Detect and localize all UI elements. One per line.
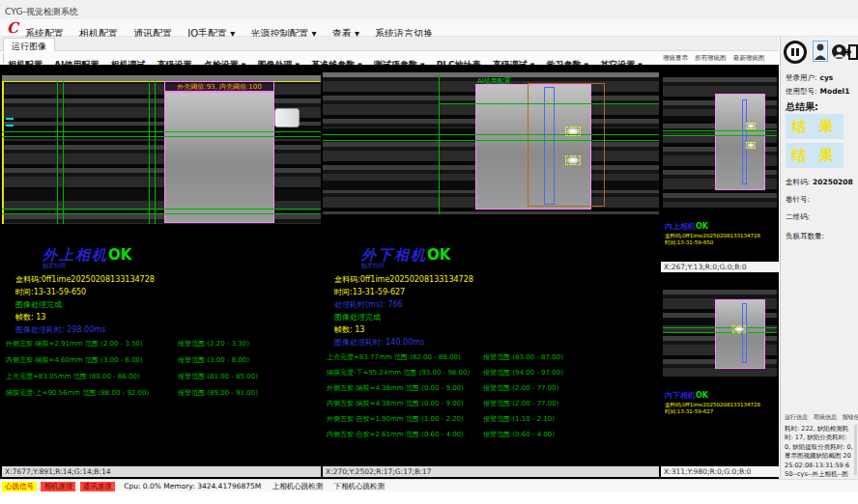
measure-text: 内侧左胶-自胶=2.61mm 范围:(0.60 - 4.00) bbox=[327, 430, 464, 439]
login-user-value: cys bbox=[820, 73, 834, 82]
side-panel: 登录用户:cys 使用型号:Model1 总结果: 结 果 结 果 盒料码:20… bbox=[780, 37, 858, 479]
overlay-green-vline bbox=[63, 81, 64, 224]
tab-defect-display[interactable]: 瑕疵显示 bbox=[663, 54, 688, 62]
exit-button[interactable] bbox=[842, 43, 858, 61]
qrcode-field: 二维码: bbox=[786, 212, 813, 222]
overlay-green-line bbox=[663, 327, 777, 328]
main-area: 外壳阈值:93, 内壳阈值:100 外上相机OK 触发拍照 盒料码:0ff1im… bbox=[0, 65, 779, 479]
measurement-row: 上壳宽度=83.05mm 范围:(80.00 - 86.00) 报警范围:(81… bbox=[6, 372, 317, 388]
camera-result-title: 内上相机OK bbox=[665, 222, 708, 231]
result-ok-text: OK bbox=[696, 222, 708, 231]
tab-latest-defects[interactable]: 最新瑕疵图 bbox=[733, 54, 765, 62]
camera-view-outer-top[interactable]: 外壳阈值:93, 内壳阈值:100 外上相机OK 触发拍照 盒料码:0ff1im… bbox=[2, 65, 321, 466]
camera-view-outer-bottom[interactable]: AI使用配置 外下相机OK 触发拍照 盒料码:0ff1ime2025020813… bbox=[323, 65, 659, 466]
heartbeat-badge: 心跳信号 bbox=[2, 482, 37, 491]
barcode-text: 盒料码:0ff1ime20250208133134728 bbox=[334, 274, 473, 285]
log-tab-defect[interactable]: 瑕疵信息 bbox=[814, 413, 837, 420]
overlay-green-line bbox=[323, 134, 659, 135]
overlay-green-vline bbox=[439, 72, 440, 214]
measure-text: 上壳宽度=83.77mm 范围:(82.00 - 88.00) bbox=[327, 352, 461, 362]
tab-highlight bbox=[732, 325, 746, 333]
process-status-text: 图像处理完成 bbox=[334, 312, 381, 322]
operator-button[interactable] bbox=[813, 41, 828, 62]
tab-strip: 运行图像 bbox=[0, 37, 779, 51]
alarm-text: 报警范围:(0.60 - 4.00) bbox=[483, 430, 555, 439]
process-status-text: 图像处理完成 bbox=[15, 299, 62, 310]
result-ok-text: OK bbox=[108, 246, 131, 264]
measure-text: 上壳宽度=83.05mm 范围:(80.00 - 86.00) bbox=[6, 372, 140, 381]
status-bar: 心跳信号 相机连接 通讯连接 Cpu: 0.0% Memory: 3424.41… bbox=[0, 479, 858, 491]
window-title: CYG-视觉检测系统 bbox=[5, 7, 78, 16]
measure-text: 外侧左胶-隔膜=2.91mm 范围:(2.00 - 3.50) bbox=[6, 339, 143, 349]
time-text: 时间:13-31-59-627 bbox=[665, 408, 775, 415]
pixel-coords-right: X:270;Y:2502;R:17;G:17;B:17 bbox=[323, 466, 659, 477]
overlay-green-line bbox=[2, 213, 321, 214]
roi-orange-box bbox=[528, 83, 605, 207]
measure-text: 隔膜宽度-上=90.56mm 范围:(88.00 - 92.00) bbox=[6, 388, 149, 398]
time-text: 时间:13-31-59-627 bbox=[334, 287, 405, 297]
measure-text: 外侧左胶-自胶=1.90mm 范围:(1.00 - 2.20) bbox=[327, 414, 464, 424]
defect-view-tabs: 瑕疵显示 所有瑕疵图 最新瑕疵图 bbox=[663, 54, 769, 63]
elapsed-text: 处理耗时(ms): 766 bbox=[334, 299, 403, 310]
overlay-green-line bbox=[663, 135, 777, 136]
overlay-green-line bbox=[323, 140, 659, 141]
control-buttons bbox=[783, 40, 857, 65]
time-text: 时间:13-31-59-650 bbox=[665, 239, 775, 246]
measurement-row: 外侧左胶-隔膜=2.91mm 范围:(2.00 - 3.50) 报警范围:(2.… bbox=[6, 339, 317, 355]
cell-region bbox=[715, 94, 765, 190]
alarm-text: 报警范围:(83.00 - 87.00) bbox=[483, 352, 563, 362]
alarm-text: 报警范围:(3.00 - 8.00) bbox=[178, 355, 249, 365]
total-result-label: 总结果: bbox=[786, 100, 818, 114]
lower-camera-heartbeat[interactable]: 下相机心跳检测 bbox=[334, 482, 386, 490]
measure-text: 外侧左胶-隔膜=4.38mm 范围:(0.00 - 9.00) bbox=[327, 383, 464, 393]
measure-text: 隔膜宽度-下=95.24mm 范围:(93.00 - 98.00) bbox=[327, 368, 470, 378]
measurement-row: 外侧左胶-自胶=1.90mm 范围:(1.00 - 2.20) 报警范围:(1.… bbox=[327, 414, 655, 430]
cpu-memory-text: Cpu: 0.0% Memory: 3424.41796875M bbox=[124, 482, 261, 490]
tab-highlight bbox=[746, 142, 756, 149]
comm-connect-badge: 通讯连接 bbox=[80, 482, 115, 491]
exit-icon bbox=[842, 43, 858, 61]
alarm-text: 报警范围:(81.00 - 85.00) bbox=[178, 372, 258, 381]
roi-blue-box bbox=[742, 303, 747, 363]
log-tabs: 运行信息 瑕疵信息 报错信息 bbox=[785, 413, 858, 422]
trigger-label: 触发拍照 bbox=[43, 262, 66, 270]
alarm-text: 报警范围:(2.00 - 77.00) bbox=[483, 399, 558, 408]
barcode-text: 盒料码:0ff1ime20250208133134728 bbox=[665, 402, 775, 408]
barcode-value: 20250208 bbox=[813, 178, 853, 186]
small-view-info: 内上相机OK 盒料码:0ff1ime20250208133134728 时间:1… bbox=[665, 214, 775, 246]
upper-camera-heartbeat[interactable]: 上相机心跳检测 bbox=[272, 482, 324, 490]
alarm-text: 报警范围:(2.00 - 77.00) bbox=[483, 383, 558, 393]
measurement-row: 隔膜宽度-下=95.24mm 范围:(93.00 - 98.00) 报警范围:(… bbox=[327, 368, 655, 383]
log-tab-run[interactable]: 运行信息 bbox=[785, 413, 808, 420]
barcode-text: 盒料码:0ff1ime20250208133134728 bbox=[15, 274, 155, 285]
tab-run-image[interactable]: 运行图像 bbox=[3, 38, 55, 51]
measurement-row: 外侧左胶-隔膜=4.38mm 范围:(0.00 - 9.00) 报警范围:(2.… bbox=[327, 383, 655, 399]
tab-all-defects[interactable]: 所有瑕疵图 bbox=[695, 54, 727, 62]
overlay-green-vline bbox=[155, 81, 156, 224]
alarm-text: 报警范围:(94.00 - 97.00) bbox=[483, 368, 563, 378]
result-ok-text: OK bbox=[696, 391, 708, 400]
app-window: CYG-视觉检测系统 C 系统配置 相机配置 通讯配置 IO手配置 ▾ 光源控制… bbox=[0, 0, 858, 504]
operator-icon bbox=[814, 42, 827, 61]
log-tab-error[interactable]: 报错信息 bbox=[843, 413, 858, 420]
frame-count-text: 帧数: 13 bbox=[334, 324, 364, 335]
measurement-row: 内侧左胶-自胶=2.61mm 范围:(0.60 - 4.00) 报警范围:(0.… bbox=[327, 430, 655, 445]
frame-count-text: 帧数: 13 bbox=[15, 312, 45, 322]
window-titlebar: CYG-视觉检测系统 bbox=[0, 0, 858, 19]
measure-text: 内侧左胶-隔膜=4.60mm 范围:(3.00 - 6.00) bbox=[6, 355, 143, 365]
pause-button[interactable] bbox=[784, 41, 807, 64]
elapsed-text: 图像处理耗时: 140.00ms bbox=[334, 337, 424, 348]
measurement-list: 上壳宽度=83.77mm 范围:(82.00 - 88.00) 报警范围:(83… bbox=[327, 352, 655, 445]
overlay-green-line bbox=[2, 131, 321, 132]
cyan-tick bbox=[6, 125, 14, 126]
defect-view-column: 内上相机OK 盒料码:0ff1ime20250208133134728 时间:1… bbox=[661, 65, 779, 466]
overlay-green-vline bbox=[57, 81, 58, 224]
measure-text: 内侧左胶-隔膜=4.38mm 范围:(0.00 - 9.00) bbox=[327, 399, 464, 408]
login-user-field: 登录用户:cys bbox=[786, 73, 833, 83]
model-field: 使用型号:Model1 bbox=[786, 87, 849, 97]
pixel-coords-small-1: X:267;Y:13;R:0;G:0;B:0 bbox=[661, 262, 779, 272]
log-scrollbar[interactable] bbox=[854, 425, 857, 475]
alarm-text: 报警范围:(2.20 - 3.30) bbox=[178, 339, 249, 349]
tab-connector bbox=[274, 108, 300, 127]
result-ok-text: OK bbox=[427, 246, 450, 264]
